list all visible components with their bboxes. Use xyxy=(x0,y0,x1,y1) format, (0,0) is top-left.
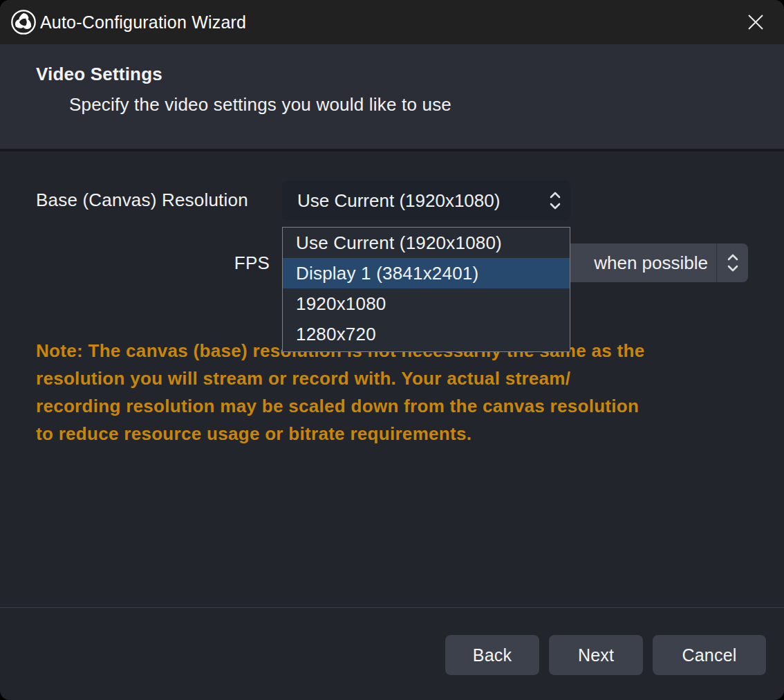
chevron-up-down-icon xyxy=(716,243,748,282)
page-title: Video Settings xyxy=(36,64,162,85)
dropdown-item[interactable]: Use Current (1920x1080) xyxy=(283,228,570,258)
cancel-button[interactable]: Cancel xyxy=(653,635,766,675)
close-icon xyxy=(747,13,765,31)
next-button[interactable]: Next xyxy=(549,635,643,675)
canvas-note: Note: The canvas (base) resolution is no… xyxy=(36,337,644,448)
base-resolution-label: Base (Canvas) Resolution xyxy=(36,190,248,211)
obs-logo-icon xyxy=(10,9,37,35)
back-button[interactable]: Back xyxy=(445,635,539,675)
dropdown-item[interactable]: Display 1 (3841x2401) xyxy=(283,258,570,288)
auto-config-wizard-dialog: Auto-Configuration Wizard Video Settings… xyxy=(0,0,784,700)
footer-divider xyxy=(0,607,784,608)
page-subtitle: Specify the video settings you would lik… xyxy=(69,94,451,116)
fps-value: when possible xyxy=(594,243,708,282)
note-line: resolution you will stream or record wit… xyxy=(36,365,644,392)
base-resolution-value: Use Current (1920x1080) xyxy=(297,181,500,221)
dropdown-item[interactable]: 1280x720 xyxy=(283,319,570,349)
note-line: recording resolution may be scaled down … xyxy=(36,392,644,420)
header-divider xyxy=(0,149,784,151)
titlebar[interactable]: Auto-Configuration Wizard xyxy=(0,0,784,44)
base-resolution-select[interactable]: Use Current (1920x1080) xyxy=(282,181,570,221)
window-title: Auto-Configuration Wizard xyxy=(40,0,246,44)
page-header: Video Settings Specify the video setting… xyxy=(0,44,784,149)
fps-label: FPS xyxy=(36,252,270,274)
close-button[interactable] xyxy=(743,9,769,35)
base-resolution-dropdown: Use Current (1920x1080) Display 1 (3841x… xyxy=(282,227,570,352)
dropdown-item[interactable]: 1920x1080 xyxy=(283,288,570,319)
chevron-up-down-icon xyxy=(549,191,561,210)
note-line: to reduce resource usage or bitrate requ… xyxy=(36,420,644,448)
